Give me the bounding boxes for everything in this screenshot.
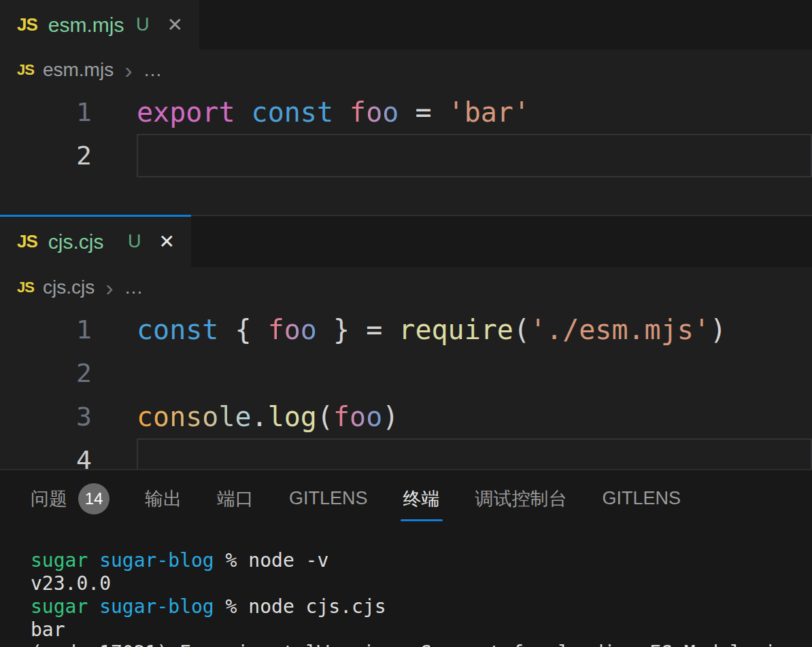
line-number: 3 <box>0 395 92 438</box>
breadcrumb-symbols[interactable]: … <box>124 277 143 298</box>
code-token: './esm.mjs' <box>530 314 710 345</box>
code-token: = <box>350 314 399 345</box>
code-line[interactable]: 2 <box>0 134 812 177</box>
panel-tab-1[interactable]: 输出 <box>145 470 182 527</box>
editor-group-esm: JS esm.mjs U JS esm.mjs … 1export const … <box>0 0 812 215</box>
code-token: foo <box>268 314 317 345</box>
code-line[interactable]: 1export const foo = 'bar' <box>0 90 812 134</box>
code-line-content[interactable] <box>137 438 812 469</box>
breadcrumb-cjs[interactable]: JS cjs.cjs … <box>0 267 812 308</box>
code-token: foo <box>350 97 399 128</box>
terminal-text: % node -v <box>214 549 329 572</box>
terminal-text: sugar <box>31 549 88 572</box>
vscode-window: JS esm.mjs U JS esm.mjs … 1export const … <box>0 0 812 647</box>
code-line-content[interactable] <box>137 351 812 395</box>
editor-group-cjs: JS cjs.cjs U JS cjs.cjs … 1const { foo }… <box>0 215 812 469</box>
code-area-cjs[interactable]: 1const { foo } = require('./esm.mjs')23c… <box>0 308 812 469</box>
panel-tab-label: GITLENS <box>603 488 681 509</box>
tab-esm-mjs[interactable]: JS esm.mjs U <box>0 0 199 50</box>
code-token: ( <box>317 401 333 432</box>
problems-count-badge: 14 <box>78 483 109 514</box>
javascript-icon: JS <box>17 14 37 35</box>
code-token: . <box>252 401 268 432</box>
terminal-text: % node cjs.cjs <box>214 595 386 618</box>
code-line[interactable]: 3console.log(foo) <box>0 395 812 438</box>
line-number: 1 <box>0 90 92 134</box>
code-token <box>235 97 252 128</box>
breadcrumb-file[interactable]: cjs.cjs <box>43 277 95 298</box>
terminal-line: bar <box>31 618 812 642</box>
chevron-right-icon <box>105 276 113 299</box>
panel-tab-label: 问题 <box>31 487 67 511</box>
code-line-content[interactable]: const { foo } = require('./esm.mjs') <box>137 308 812 351</box>
tab-cjs-cjs[interactable]: JS cjs.cjs U <box>0 216 191 267</box>
terminal-line: (node:17021) ExperimentalWarning: Suppor… <box>31 642 812 647</box>
panel-tab-2[interactable]: 端口 <box>217 470 254 527</box>
git-untracked-badge: U <box>128 231 141 252</box>
terminal-text: (node:17021) ExperimentalWarning: Suppor… <box>31 642 788 647</box>
line-number: 1 <box>0 308 92 351</box>
code-line[interactable]: 1const { foo } = require('./esm.mjs') <box>0 308 812 351</box>
panel-tab-3[interactable]: GITLENS <box>289 470 368 527</box>
code-token: foo <box>333 401 382 432</box>
code-token: ) <box>382 401 399 432</box>
code-token: console <box>137 401 252 432</box>
tab-filename: esm.mjs <box>48 14 124 37</box>
code-line[interactable]: 2 <box>0 351 812 395</box>
panel-tab-label: GITLENS <box>289 488 368 509</box>
terminal-line: sugar sugar-blog % node -v <box>31 549 812 572</box>
breadcrumb-symbols[interactable]: … <box>143 59 162 81</box>
terminal-line: v23.0.0 <box>31 572 812 595</box>
code-token: } <box>317 314 350 345</box>
close-icon[interactable] <box>167 14 183 36</box>
tab-bar-top: JS esm.mjs U <box>0 0 812 50</box>
code-token: ) <box>710 314 726 345</box>
code-line-content[interactable] <box>137 134 812 177</box>
panel-tab-bar: 问题14输出端口GITLENS终端调试控制台GITLENS <box>0 470 812 527</box>
panel-tab-5[interactable]: 调试控制台 <box>475 470 567 527</box>
terminal-output[interactable]: sugar sugar-blog % node -vv23.0.0sugar s… <box>0 527 812 647</box>
code-token <box>333 97 350 128</box>
terminal-line: sugar sugar-blog % node cjs.cjs <box>31 595 812 618</box>
code-token: const <box>137 314 218 345</box>
breadcrumb-esm[interactable]: JS esm.mjs … <box>0 50 812 90</box>
panel-tab-6[interactable]: GITLENS <box>603 470 681 527</box>
terminal-text: v23.0.0 <box>31 572 111 595</box>
code-token: export <box>137 97 235 128</box>
code-line-content[interactable]: console.log(foo) <box>137 395 812 438</box>
close-icon[interactable] <box>159 230 175 253</box>
code-line-content[interactable]: export const foo = 'bar' <box>137 90 812 134</box>
panel-tab-0[interactable]: 问题14 <box>31 470 109 527</box>
line-number: 2 <box>0 134 92 177</box>
javascript-icon: JS <box>17 231 37 252</box>
terminal-text <box>88 549 99 572</box>
panel-tab-label: 终端 <box>403 487 440 511</box>
code-line[interactable]: 4 <box>0 438 812 469</box>
terminal-text: sugar-blog <box>99 595 214 618</box>
terminal-text <box>88 595 99 618</box>
code-area-esm[interactable]: 1export const foo = 'bar'2 <box>0 90 812 177</box>
git-untracked-badge: U <box>136 14 150 35</box>
code-token: 'bar' <box>448 97 530 128</box>
panel-tab-4[interactable]: 终端 <box>403 470 440 527</box>
code-token: const <box>252 97 333 128</box>
terminal-text: bar <box>31 618 65 641</box>
code-token <box>218 314 235 345</box>
line-number: 2 <box>0 351 92 395</box>
code-token: require <box>399 314 513 345</box>
chevron-right-icon <box>124 58 132 82</box>
panel-tab-label: 端口 <box>217 487 254 511</box>
code-token: = <box>399 97 447 128</box>
tab-filename: cjs.cjs <box>48 230 104 253</box>
javascript-icon: JS <box>17 61 34 79</box>
code-token: log <box>268 401 317 432</box>
breadcrumb-file[interactable]: esm.mjs <box>43 59 114 81</box>
terminal-text: sugar-blog <box>99 549 214 572</box>
panel-tab-label: 调试控制台 <box>475 487 567 511</box>
javascript-icon: JS <box>17 279 34 296</box>
code-token: ( <box>513 314 530 345</box>
panel-tab-label: 输出 <box>145 487 182 511</box>
bottom-panel: 问题14输出端口GITLENS终端调试控制台GITLENS sugar suga… <box>0 469 812 647</box>
line-number: 4 <box>0 438 92 469</box>
code-token: { <box>235 314 268 345</box>
